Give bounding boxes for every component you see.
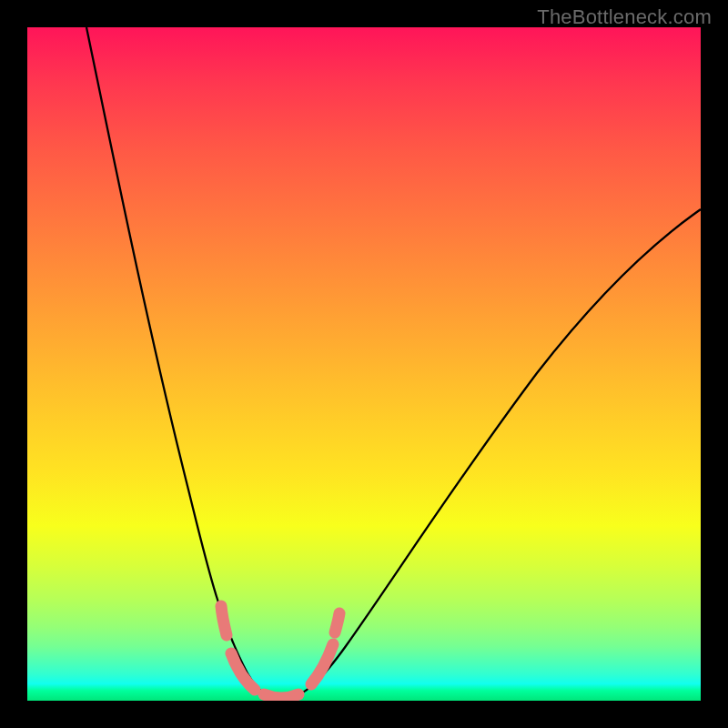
marker-band [221, 606, 339, 698]
bottleneck-curve-path [86, 27, 701, 699]
watermark-text: TheBottleneck.com [537, 5, 712, 29]
curve-svg [27, 27, 701, 701]
chart-frame: TheBottleneck.com [0, 0, 728, 728]
plot-area [27, 27, 701, 701]
